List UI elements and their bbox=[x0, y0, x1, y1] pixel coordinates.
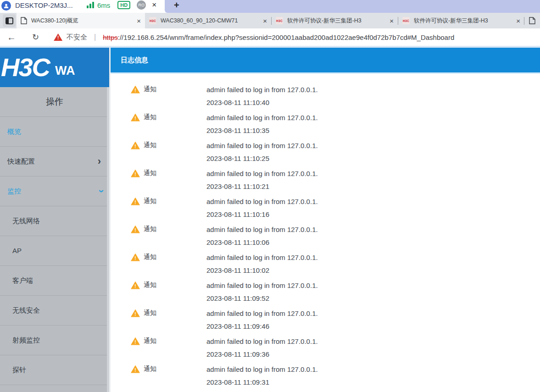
log-type-label: 通知 bbox=[144, 141, 206, 149]
log-type-label: 通知 bbox=[144, 281, 206, 289]
browser-tabstrip: H3C WAC380-120|概览 × H3C WAC380_60_90_120… bbox=[0, 13, 540, 28]
log-type-label: 通知 bbox=[144, 337, 206, 345]
sidebar-item-AP[interactable]: AP bbox=[0, 236, 109, 266]
remote-machine-name: DESKTOP-2M3J... bbox=[15, 1, 82, 9]
sidebar-item-探针[interactable]: 探针 bbox=[0, 355, 109, 385]
back-icon[interactable]: ← bbox=[7, 32, 16, 43]
main-panel: 日志信息 通知 admin failed to log in from 127.… bbox=[109, 48, 540, 392]
tab-title: 软件许可协议-新华三集团-H3 bbox=[287, 17, 385, 25]
tab-title: 软件许可协议-新华三集团-H3 bbox=[414, 17, 512, 25]
not-secure-label[interactable]: 不安全 bbox=[67, 33, 87, 42]
log-type-label: 通知 bbox=[144, 113, 206, 121]
log-time: 2023-08-11 11:09:36 bbox=[206, 350, 540, 359]
log-type-label: 通知 bbox=[144, 169, 206, 177]
h3c-favicon-icon: H3C bbox=[276, 17, 283, 24]
sidebar-item-客户端[interactable]: 客户端 bbox=[0, 266, 109, 296]
log-message: admin failed to log in from 127.0.0.1. bbox=[206, 86, 318, 94]
log-time: 2023-08-11 11:10:02 bbox=[206, 266, 540, 276]
sidebar-item-射频监控[interactable]: 射频监控 bbox=[0, 326, 109, 355]
log-message: admin failed to log in from 127.0.0.1. bbox=[206, 365, 318, 373]
vertical-tabs-icon bbox=[6, 17, 13, 24]
log-type-label: 通知 bbox=[144, 85, 206, 94]
remote-session-close-icon[interactable]: × bbox=[152, 0, 156, 10]
remote-titlebar: DESKTOP-2M3J... 6ms HD RO × + bbox=[0, 0, 540, 13]
tab-close-icon[interactable]: × bbox=[137, 17, 141, 25]
sidebar-item-label: 快速配置 bbox=[7, 157, 35, 165]
log-list: 通知 admin failed to log in from 127.0.0.1… bbox=[111, 74, 540, 392]
log-type-label: 通知 bbox=[144, 309, 206, 317]
log-message: admin failed to log in from 127.0.0.1. bbox=[206, 254, 318, 261]
panel-header: 日志信息 bbox=[111, 48, 540, 72]
document-favicon-icon bbox=[21, 17, 27, 24]
browser-tab[interactable]: H3C 软件许可协议-新华三集团-H3 × bbox=[272, 13, 398, 28]
remote-tabstrip-background: + bbox=[165, 0, 540, 13]
sidebar-section-title: 操作 bbox=[0, 87, 109, 117]
log-entry: 通知 admin failed to log in from 127.0.0.1… bbox=[131, 364, 540, 387]
browser-tab[interactable]: H3C WAC380_60_90_120-CMW71 × bbox=[145, 13, 271, 28]
log-message: admin failed to log in from 127.0.0.1. bbox=[206, 114, 318, 121]
sidebar-item-快速配置[interactable]: 快速配置 › bbox=[0, 147, 109, 177]
warning-triangle-icon bbox=[131, 142, 140, 149]
warning-triangle-icon bbox=[131, 365, 140, 373]
not-secure-warning-icon[interactable] bbox=[54, 33, 62, 41]
sidebar-scrollbar[interactable] bbox=[107, 87, 109, 392]
log-message: admin failed to log in from 127.0.0.1. bbox=[206, 337, 318, 345]
tab-actions-button[interactable] bbox=[3, 14, 16, 27]
tab-title: WAC380_60_90_120-CMW71 bbox=[161, 17, 259, 24]
log-type-label: 通知 bbox=[144, 197, 206, 205]
h3c-favicon-icon: H3C bbox=[149, 17, 156, 24]
document-favicon-icon bbox=[529, 17, 535, 24]
sidebar-item-无线网络[interactable]: 无线网络 bbox=[0, 206, 109, 236]
log-type-label: 通知 bbox=[144, 225, 206, 233]
sidebar-item-无线安全[interactable]: 无线安全 bbox=[0, 296, 109, 326]
refresh-icon[interactable]: ↻ bbox=[32, 32, 39, 42]
tab-partial[interactable] bbox=[524, 13, 540, 28]
log-message: admin failed to log in from 127.0.0.1. bbox=[206, 226, 318, 233]
log-time: 2023-08-11 11:10:06 bbox=[206, 238, 540, 248]
sidebar-nav: 概览 快速配置 › 监控 › 无线网络 AP 客户端 无线安全 射频监控 探针 bbox=[0, 117, 109, 385]
tab-close-icon[interactable]: × bbox=[516, 17, 520, 25]
log-entry: 通知 admin failed to log in from 127.0.0.1… bbox=[131, 309, 540, 331]
log-entry: 通知 admin failed to log in from 127.0.0.1… bbox=[131, 85, 540, 108]
remote-new-tab-button[interactable]: + bbox=[174, 0, 179, 11]
log-entry: 通知 admin failed to log in from 127.0.0.1… bbox=[131, 225, 540, 248]
tab-close-icon[interactable]: × bbox=[390, 17, 394, 25]
log-message: admin failed to log in from 127.0.0.1. bbox=[206, 309, 318, 317]
ro-badge: RO bbox=[137, 0, 146, 10]
sidebar: H3C WA 操作 概览 快速配置 › 监控 › 无线网络 AP 客户端 无线安… bbox=[0, 48, 109, 392]
log-message: admin failed to log in from 127.0.0.1. bbox=[206, 198, 318, 205]
device-model-text: WA bbox=[55, 64, 75, 78]
sidebar-item-监控[interactable]: 监控 › bbox=[0, 177, 109, 206]
hd-quality-badge: HD bbox=[117, 1, 130, 9]
log-time: 2023-08-11 11:09:52 bbox=[206, 294, 540, 304]
log-entry: 通知 admin failed to log in from 127.0.0.1… bbox=[131, 253, 540, 276]
warning-triangle-icon bbox=[131, 309, 140, 317]
log-time: 2023-08-11 11:09:46 bbox=[206, 322, 540, 331]
sidebar-item-label: 概览 bbox=[7, 127, 21, 135]
warning-triangle-icon bbox=[131, 86, 140, 94]
log-time: 2023-08-11 11:10:16 bbox=[206, 210, 540, 220]
chevron-icon: › bbox=[86, 189, 109, 193]
url-protocol[interactable]: https bbox=[103, 33, 118, 41]
log-time: 2023-08-11 11:10:25 bbox=[206, 155, 540, 164]
logo-band: H3C WA bbox=[0, 48, 109, 87]
log-message: admin failed to log in from 127.0.0.1. bbox=[206, 170, 318, 177]
warning-triangle-icon bbox=[131, 254, 140, 261]
sidebar-item-概览[interactable]: 概览 bbox=[0, 117, 109, 147]
log-entry: 通知 admin failed to log in from 127.0.0.1… bbox=[131, 141, 540, 164]
browser-tab[interactable]: H3C WAC380-120|概览 × bbox=[17, 13, 145, 28]
sidebar-item-label: 探针 bbox=[12, 366, 26, 374]
browser-tab[interactable]: H3C 软件许可协议-新华三集团-H3 × bbox=[398, 13, 524, 28]
tab-title: WAC380-120|概览 bbox=[31, 17, 133, 25]
address-separator: | bbox=[94, 33, 96, 41]
sidebar-item-label: 无线网络 bbox=[12, 217, 40, 225]
log-entry: 通知 admin failed to log in from 127.0.0.1… bbox=[131, 281, 540, 304]
sidebar-item-label: 客户端 bbox=[12, 276, 33, 284]
tab-close-icon[interactable]: × bbox=[263, 17, 267, 25]
log-type-label: 通知 bbox=[144, 365, 206, 373]
warning-triangle-icon bbox=[131, 226, 140, 233]
log-entry: 通知 admin failed to log in from 127.0.0.1… bbox=[131, 197, 540, 220]
log-time: 2023-08-11 11:10:40 bbox=[206, 99, 540, 108]
url-text[interactable]: ://192.168.6.254/wnm/frame/index.php?ses… bbox=[118, 33, 455, 41]
h3c-favicon-icon: H3C bbox=[402, 17, 410, 24]
